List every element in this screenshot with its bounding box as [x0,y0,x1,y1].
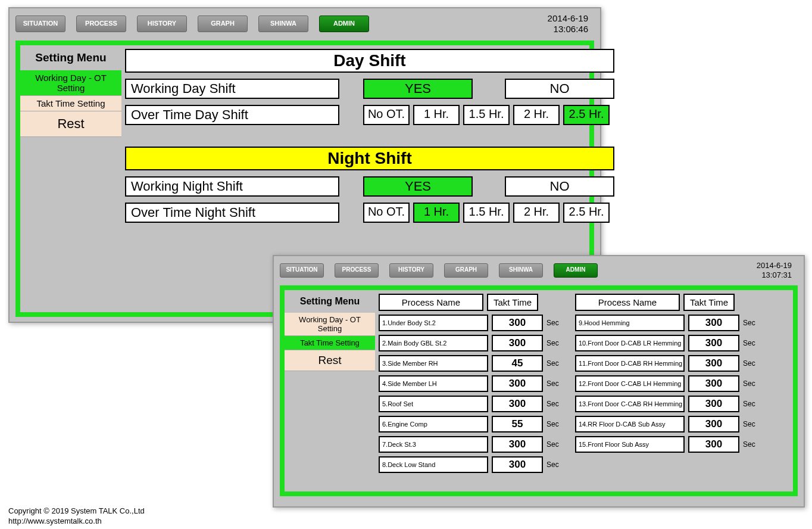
nav-situation[interactable]: SITUATION [280,263,324,278]
takt-time-cell[interactable]: 300 [492,335,543,351]
nav-process[interactable]: PROCESS [76,15,126,32]
sec-label: Sec [546,339,561,347]
nav-history[interactable]: HISTORY [137,15,187,32]
sec-label: Sec [743,359,757,368]
working-night-no[interactable]: NO [505,176,614,197]
takt-row: 3.Side Member RH45Sec [379,355,561,372]
content-frame: Setting Menu Working Day - OT Setting Ta… [280,285,798,496]
nav-shinwa[interactable]: SHINWA [258,15,308,32]
takt-row: 5.Roof Set300Sec [379,396,561,412]
sec-label: Sec [743,319,757,327]
takt-time-cell[interactable]: 300 [688,375,739,392]
nav-admin[interactable]: ADMIN [319,15,369,32]
nav-shinwa[interactable]: SHINWA [499,263,543,278]
date-label: 2014-6-19 [548,13,588,24]
takt-row: 8.Deck Low Stand300Sec [379,456,561,473]
topbar: SITUATION PROCESS HISTORY GRAPH SHINWA A… [274,256,804,284]
takt-time-cell[interactable]: 300 [688,416,739,432]
takt-time-cell[interactable]: 300 [688,315,739,331]
takt-column-left: Process Name Takt Time 1.Under Body St.2… [379,294,561,488]
process-name-cell: 7.Deck St.3 [379,436,488,453]
process-name-cell: 14.RR Floor D-CAB Sub Assy [575,416,685,432]
footer-url-text: http://www.systemtalk.co.th [8,516,145,527]
sec-label: Sec [743,339,757,347]
sec-label: Sec [546,460,561,469]
sec-label: Sec [743,440,757,449]
working-day-no[interactable]: NO [505,79,614,99]
process-name-header: Process Name [379,294,483,311]
ot-day-1hr[interactable]: 1 Hr. [413,105,460,125]
sec-label: Sec [546,319,561,327]
topbar: SITUATION PROCESS HISTORY GRAPH SHINWA A… [10,8,600,39]
ot-night-2hr[interactable]: 2 Hr. [513,203,560,223]
sidebar-item-rest[interactable]: Rest [20,111,121,137]
sec-label: Sec [546,440,561,449]
sidebar-title: Setting Menu [285,292,375,313]
process-name-header: Process Name [575,294,680,311]
takt-time-cell[interactable]: 300 [688,355,739,372]
sidebar-item-rest[interactable]: Rest [285,350,375,371]
sidebar-item-working-day-ot[interactable]: Working Day - OT Setting [20,70,121,96]
takt-row: 2.Main Body GBL St.2300Sec [379,335,561,351]
ot-night-label: Over Time Night Shift [125,203,339,223]
takt-time-cell[interactable]: 300 [688,396,739,412]
takt-row: 7.Deck St.3300Sec [379,436,561,453]
ot-night-1hr[interactable]: 1 Hr. [413,203,460,223]
sidebar-item-takt-time[interactable]: Takt Time Setting [285,336,375,350]
ot-night-no-ot[interactable]: No OT. [363,203,410,223]
ot-day-no-ot[interactable]: No OT. [363,105,410,125]
takt-row: 6.Engine Comp55Sec [379,416,561,432]
takt-row: 12.Front Door C-CAB LH Hemming300Sec [575,375,757,392]
working-day-yes[interactable]: YES [363,79,473,99]
sidebar-item-working-day-ot[interactable]: Working Day - OT Setting [285,313,375,336]
takt-time-cell[interactable]: 300 [492,375,543,392]
working-night-yes[interactable]: YES [363,176,473,197]
window-takt-time: SITUATION PROCESS HISTORY GRAPH SHINWA A… [273,255,805,508]
takt-time-header: Takt Time [487,294,538,311]
nav-process[interactable]: PROCESS [335,263,379,278]
takt-time-cell[interactable]: 300 [492,315,543,331]
ot-day-2.5hr[interactable]: 2.5 Hr. [563,105,610,125]
ot-day-2hr[interactable]: 2 Hr. [513,105,560,125]
datetime: 2014-6-19 13:06:46 [548,13,594,35]
takt-row: 15.Front Floor Sub Assy300Sec [575,436,757,453]
sidebar: Setting Menu Working Day - OT Setting Ta… [285,290,375,491]
takt-time-cell[interactable]: 300 [492,396,543,412]
process-name-cell: 5.Roof Set [379,396,488,412]
takt-time-cell[interactable]: 300 [492,436,543,453]
sec-label: Sec [546,400,561,408]
ot-day-label: Over Time Day Shift [125,105,339,125]
takt-row: 10.Front Door D-CAB LR Hemming300Sec [575,335,757,351]
ot-day-1.5hr[interactable]: 1.5 Hr. [463,105,510,125]
process-name-cell: 13.Front Door C-CAB RH Hemming [575,396,685,412]
takt-time-header: Takt Time [683,294,735,311]
process-name-cell: 6.Engine Comp [379,416,488,432]
process-name-cell: 9.Hood Hemming [575,315,685,331]
sec-label: Sec [743,400,757,408]
nav-graph[interactable]: GRAPH [444,263,488,278]
takt-time-cell[interactable]: 55 [492,416,543,432]
nav-history[interactable]: HISTORY [389,263,433,278]
nav-graph[interactable]: GRAPH [198,15,248,32]
nav-situation[interactable]: SITUATION [15,15,65,32]
ot-night-2.5hr[interactable]: 2.5 Hr. [563,203,610,223]
sidebar-item-takt-time[interactable]: Takt Time Setting [20,96,121,111]
takt-time-cell[interactable]: 300 [492,456,543,473]
takt-time-cell[interactable]: 45 [492,355,543,372]
sec-label: Sec [546,359,561,368]
process-name-cell: 15.Front Floor Sub Assy [575,436,685,453]
day-shift-title: Day Shift [125,49,614,73]
takt-row: 14.RR Floor D-CAB Sub Assy300Sec [575,416,757,432]
takt-time-cell[interactable]: 300 [688,436,739,453]
nav-admin[interactable]: ADMIN [554,263,598,278]
process-name-cell: 1.Under Body St.2 [379,315,488,331]
takt-time-cell[interactable]: 300 [688,335,739,351]
ot-night-1.5hr[interactable]: 1.5 Hr. [463,203,510,223]
takt-column-right: Process Name Takt Time 9.Hood Hemming300… [575,294,757,488]
sec-label: Sec [743,420,757,428]
sidebar: Setting Menu Working Day - OT Setting Ta… [20,45,121,312]
sec-label: Sec [546,420,561,428]
sec-label: Sec [546,379,561,388]
working-night-label: Working Night Shift [125,176,339,197]
datetime: 2014-6-19 13:07:31 [757,261,798,279]
